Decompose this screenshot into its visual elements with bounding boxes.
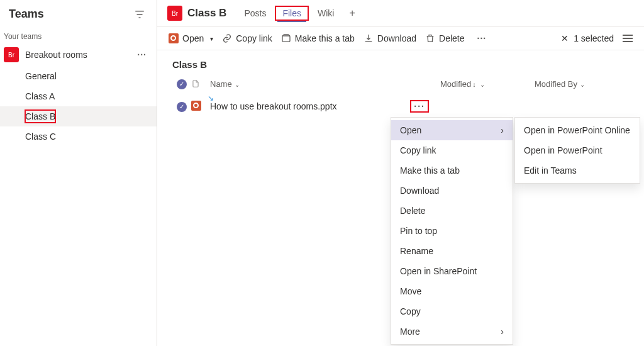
channel-class-b[interactable]: Class B [0, 106, 157, 126]
svg-rect-0 [282, 36, 290, 42]
tab-icon [281, 33, 291, 43]
copy-link-button[interactable]: Copy link [222, 33, 272, 43]
chevron-right-icon: › [501, 326, 504, 337]
menu-copy[interactable]: Copy [391, 301, 513, 321]
chevron-right-icon: › [501, 125, 504, 135]
team-avatar: Br [4, 47, 19, 62]
menu-pin[interactable]: Pin to top [391, 221, 513, 241]
menu-make-tab[interactable]: Make this a tab [391, 160, 513, 181]
delete-label: Delete [439, 33, 464, 43]
view-options-icon[interactable] [623, 35, 633, 42]
row-select[interactable]: ✓ [172, 101, 191, 112]
team-name: Breakout rooms [25, 50, 127, 60]
link-icon [222, 33, 232, 43]
submenu-edit-teams[interactable]: Edit in Teams [515, 160, 640, 181]
submenu-open-powerpoint[interactable]: Open in PowerPoint [515, 140, 640, 160]
sidebar: Teams Your teams Br Breakout rooms ··· G… [0, 0, 157, 346]
download-label: Download [377, 33, 416, 43]
copy-link-label: Copy link [236, 33, 272, 43]
selected-text: 1 selected [574, 33, 614, 43]
open-label: Open [182, 33, 204, 43]
teams-title: Teams [9, 8, 44, 21]
row-more-icon[interactable]: ··· [413, 101, 426, 111]
delete-button[interactable]: Delete [425, 33, 464, 43]
close-selection-icon[interactable]: ✕ [561, 33, 569, 43]
open-button[interactable]: Open ▾ [169, 33, 213, 43]
toolbar: Open ▾ Copy link Make this a tab Downloa… [157, 27, 644, 50]
chevron-down-icon: ⌄ [232, 81, 240, 88]
channel-class-a[interactable]: Class A [0, 86, 157, 106]
channel-avatar: Br [167, 6, 182, 21]
channel-list: General Class A Class B Class C [0, 66, 157, 147]
col-modified-by-header[interactable]: Modified By⌄ [535, 79, 629, 89]
file-name[interactable]: How to use breakout rooms.pptx [210, 101, 337, 111]
folder-title: Class B [157, 50, 644, 72]
download-icon [364, 33, 374, 43]
list-header: ✓ Name⌄ Modified↓⌄ Modified By⌄ [157, 72, 644, 96]
menu-more[interactable]: More› [391, 321, 513, 342]
make-tab-button[interactable]: Make this a tab [281, 33, 355, 43]
download-button[interactable]: Download [364, 33, 416, 43]
team-row-breakout-rooms[interactable]: Br Breakout rooms ··· [0, 43, 157, 66]
col-type-icon [191, 79, 210, 88]
trash-icon [425, 33, 435, 43]
submenu-open-online[interactable]: Open in PowerPoint Online [515, 120, 640, 140]
channel-class-c[interactable]: Class C [0, 126, 157, 147]
sync-arrow-icon: ↘ [208, 94, 214, 103]
menu-delete[interactable]: Delete [391, 201, 513, 221]
chevron-down-icon: ⌄ [577, 81, 585, 88]
chevron-down-icon: ▾ [208, 35, 213, 42]
sort-down-icon: ↓ [471, 81, 477, 88]
highlight-row-more: ··· [411, 101, 428, 111]
open-submenu: Open in PowerPoint Online Open in PowerP… [514, 117, 640, 184]
highlight-class-b: Class B [25, 110, 55, 123]
team-more-icon[interactable]: ··· [133, 50, 150, 60]
menu-rename[interactable]: Rename [391, 241, 513, 261]
select-all[interactable]: ✓ [172, 79, 191, 89]
tab-wiki[interactable]: Wiki [313, 6, 339, 21]
highlight-files-tab: Files [276, 7, 308, 20]
make-tab-label: Make this a tab [295, 33, 355, 43]
channel-general[interactable]: General [0, 66, 157, 86]
col-modified-header[interactable]: Modified↓⌄ [440, 79, 535, 89]
main: Br Class B Posts Files Wiki + Open ▾ Cop… [157, 0, 644, 346]
tab-files[interactable]: Files [277, 6, 306, 22]
menu-open-sharepoint[interactable]: Open in SharePoint [391, 261, 513, 281]
context-menu: Open› Copy link Make this a tab Download… [391, 117, 513, 345]
chevron-down-icon: ⌄ [477, 81, 485, 88]
tab-posts[interactable]: Posts [239, 6, 271, 21]
powerpoint-icon [169, 33, 179, 43]
add-tab-button[interactable]: + [344, 5, 360, 21]
toolbar-more-icon[interactable]: ··· [474, 33, 491, 43]
menu-download[interactable]: Download [391, 181, 513, 201]
channel-header: Br Class B Posts Files Wiki + [157, 0, 644, 27]
col-name-header[interactable]: Name⌄ [210, 79, 440, 89]
menu-copy-link[interactable]: Copy link [391, 140, 513, 160]
file-row[interactable]: ✓ ↘ How to use breakout rooms.pptx ··· [157, 96, 644, 118]
filter-icon[interactable] [134, 9, 145, 20]
your-teams-label: Your teams [0, 27, 157, 43]
menu-open[interactable]: Open› [391, 120, 513, 140]
selected-indicator[interactable]: ✕ 1 selected [561, 33, 614, 43]
channel-title: Class B [187, 7, 226, 20]
menu-move[interactable]: Move [391, 281, 513, 301]
